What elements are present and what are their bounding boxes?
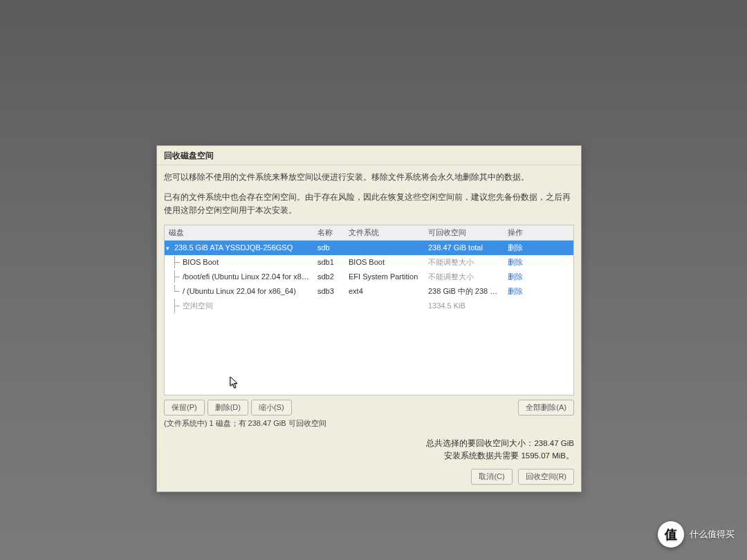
cell-action[interactable]: 删除 [504, 284, 573, 299]
table-row[interactable]: ▾238.5 GiB ATA YSSDJQB-256GSQsdb238.47 G… [165, 241, 573, 255]
preserve-button[interactable]: 保留(P) [164, 400, 205, 416]
cell-action [504, 304, 573, 308]
table-header: 磁盘 名称 文件系统 可回收空间 操作 [165, 225, 573, 241]
cell-reclaim: 238 GiB 中的 238 GiB [424, 284, 504, 299]
cell-disk-label: / (Ubuntu Linux 22.04 for x86_64) [165, 285, 313, 297]
cell-disk-label: BIOS Boot [165, 256, 313, 268]
cell-fs: BIOS Boot [344, 256, 424, 268]
summary-total: 总共选择的要回收空间大小：238.47 GiB [164, 437, 574, 449]
cell-action[interactable]: 删除 [504, 241, 573, 255]
cell-reclaim: 1334.5 KiB [424, 299, 504, 312]
cell-fs: ext4 [344, 285, 424, 297]
dialog-title: 回收磁盘空间 [157, 146, 581, 165]
summary-install: 安装系统数据共需要 1595.07 MiB。 [164, 449, 574, 462]
cell-disk-label: ▾238.5 GiB ATA YSSDJQB-256GSQ [165, 241, 313, 254]
table-row[interactable]: / (Ubuntu Linux 22.04 for x86_64)sdb3ext… [165, 284, 573, 299]
description-2: 已有的文件系统中也会存在空闲空间。由于存在风险，因此在恢复这些空闲空间前，建议您… [164, 191, 574, 217]
cell-name: sdb1 [313, 256, 344, 268]
reclaim-space-dialog: 回收磁盘空间 您可以移除不使用的文件系统来释放空间以便进行安装。移除文件系统将会… [156, 145, 582, 492]
cell-action[interactable]: 删除 [504, 270, 573, 284]
table-body-padding [165, 313, 573, 395]
cell-reclaim: 不能调整大小 [424, 255, 504, 270]
caret-down-icon: ▾ [166, 245, 169, 252]
watermark-badge-icon: 值 [658, 521, 684, 548]
table-row[interactable]: 空闲空间1334.5 KiB [165, 299, 573, 313]
reclaim-button[interactable]: 回收空间(R) [518, 469, 574, 485]
cell-fs [344, 245, 424, 250]
col-action: 操作 [504, 225, 573, 240]
col-fs: 文件系统 [344, 225, 424, 240]
delete-all-button[interactable]: 全部删除(A) [518, 400, 574, 416]
table-body: ▾238.5 GiB ATA YSSDJQB-256GSQsdb238.47 G… [165, 241, 573, 313]
cell-name: sdb3 [313, 285, 344, 297]
delete-button[interactable]: 删除(D) [208, 400, 248, 416]
table-row[interactable]: /boot/efi (Ubuntu Linux 22.04 for x86_64… [165, 270, 573, 284]
cell-disk-label: 空闲空间 [165, 299, 313, 313]
cell-name: sdb2 [313, 270, 344, 283]
cell-disk-label: /boot/efi (Ubuntu Linux 22.04 for x86_64… [165, 270, 313, 283]
summary-block: 总共选择的要回收空间大小：238.47 GiB 安装系统数据共需要 1595.0… [164, 437, 574, 463]
partition-table: 磁盘 名称 文件系统 可回收空间 操作 ▾238.5 GiB ATA YSSDJ… [164, 225, 574, 395]
table-row[interactable]: BIOS Bootsdb1BIOS Boot不能调整大小删除 [165, 255, 573, 270]
dialog-content: 您可以移除不使用的文件系统来释放空间以便进行安装。移除文件系统将会永久地删除其中… [157, 165, 581, 492]
col-reclaim: 可回收空间 [424, 225, 504, 240]
col-disk: 磁盘 [165, 225, 313, 240]
cell-reclaim: 不能调整大小 [424, 270, 504, 284]
shrink-button[interactable]: 缩小(S) [251, 400, 292, 416]
col-name: 名称 [313, 225, 344, 240]
cell-name: sdb [313, 241, 344, 254]
cancel-button[interactable]: 取消(C) [471, 469, 512, 485]
status-line: (文件系统中) 1 磁盘；有 238.47 GiB 可回收空间 [164, 418, 574, 433]
watermark: 值 什么值得买 [658, 521, 735, 548]
description-1: 您可以移除不使用的文件系统来释放空间以便进行安装。移除文件系统将会永久地删除其中… [164, 171, 574, 184]
action-toolbar: 保留(P) 删除(D) 缩小(S) 全部删除(A) [164, 395, 574, 418]
dialog-footer: 取消(C) 回收空间(R) [164, 469, 574, 485]
cell-action[interactable]: 删除 [504, 255, 573, 270]
cell-fs: EFI System Partition [344, 270, 424, 283]
cell-reclaim: 238.47 GiB total [424, 241, 504, 254]
cell-fs [344, 304, 424, 308]
watermark-text: 什么值得买 [690, 528, 735, 541]
cell-name [313, 304, 344, 308]
